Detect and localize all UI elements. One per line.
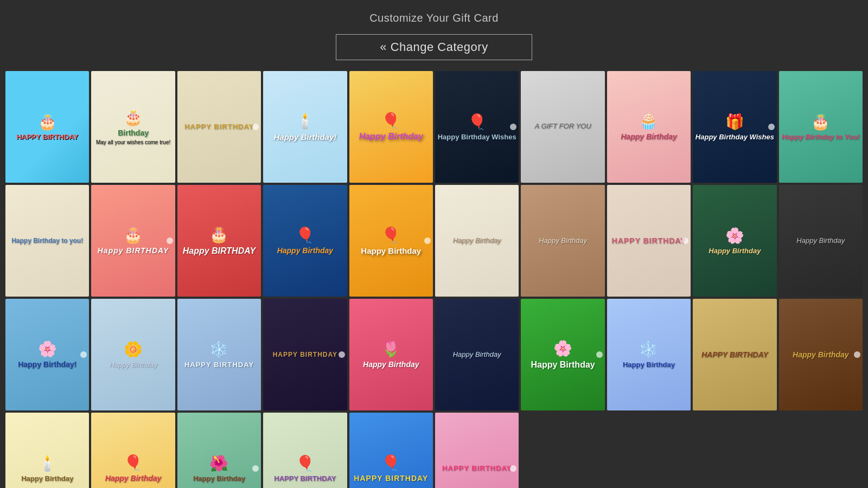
gift-card-12[interactable]: 🎂Happy BIRTHDAY [91,185,175,297]
card-emoji: 🌼 [124,341,143,358]
card-main-text: Happy Birthday [796,236,845,245]
card-main-text: HAPPY BIRTHDAY [612,236,686,245]
card-main-text: Happy Birthday! [18,360,76,369]
header: Customize Your Gift Card « Change Catego… [0,0,868,69]
change-category-button[interactable]: « Change Category [336,34,532,60]
gift-card-9[interactable]: 🎁Happy Birthday Wishes [693,71,776,183]
card-main-text: Happy Birthday [453,236,501,245]
gift-card-29[interactable]: HAPPY BIRTHDAY [693,299,776,410]
gift-card-27[interactable]: 🌸Happy Birthday [521,299,604,410]
card-emoji: 🎈 [296,454,315,472]
card-emoji: 🎈 [381,112,400,130]
card-emoji: 🌸 [553,339,572,357]
gift-card-32[interactable]: 🎈Happy Birthday [91,413,175,488]
card-main-text: HAPPY BIRTHDAY [16,133,78,141]
card-emoji: 🎂 [38,113,57,131]
card-emoji: 🎈 [124,454,143,472]
card-emoji: 🎂 [209,226,228,243]
gift-card-34[interactable]: 🎈HAPPY BIRTHDAY [263,413,347,488]
card-main-text: HAPPY BIRTHDAY [273,351,337,358]
gift-card-31[interactable]: 🕯️Happy Birthday [5,413,89,488]
card-main-text: Happy Birthday to you! [11,237,83,245]
card-main-text: Happy Birthday [21,474,73,483]
card-main-text: HAPPY BIRTHDAY [701,350,768,359]
card-main-text: Birthday [118,129,149,138]
gift-card-35[interactable]: 🎈HAPPY BIRTHDAY [349,413,433,488]
gift-card-15[interactable]: 🎈Happy Birthday [349,185,433,297]
gift-card-26[interactable]: Happy Birthday [435,299,519,410]
scroll-indicator [510,124,516,130]
card-emoji: 🎈 [296,226,315,244]
card-emoji: 🎂 [811,113,830,131]
card-emoji: 🌸 [725,227,744,245]
card-main-text: HAPPY BIRTHDAY [184,361,254,369]
gift-card-4[interactable]: 🕯️Happy Birthday! [263,71,347,183]
scroll-indicator [252,124,259,130]
gift-card-11[interactable]: Happy Birthday to you! [5,185,89,297]
gift-card-6[interactable]: 🎈Happy Birthday Wishes [435,71,519,183]
gift-card-22[interactable]: 🌼Happy Birthday [91,299,175,410]
cards-grid: 🎂HAPPY BIRTHDAY🎂BirthdayMay all your wis… [0,69,868,488]
card-main-text: Happy Birthday Wishes [695,133,774,142]
gift-card-21[interactable]: 🌸Happy Birthday! [5,299,89,410]
card-emoji: 🎈 [381,226,400,244]
gift-card-8[interactable]: 🧁Happy Birthday [607,71,691,183]
gift-card-16[interactable]: Happy Birthday [435,185,519,297]
card-emoji: 🎂 [124,108,143,126]
card-main-text: A GIFT FOR YOU [535,122,591,131]
scroll-indicator [510,465,516,472]
scroll-indicator [596,351,603,358]
card-main-text: Happy Birthday [109,361,157,369]
scroll-indicator [854,351,860,358]
card-emoji: 🕯️ [296,112,315,130]
gift-card-3[interactable]: HAPPY BIRTHDAY [177,71,261,183]
card-main-text: Happy Birthday! [273,132,336,142]
gift-card-14[interactable]: 🎈Happy Birthday [263,185,347,297]
gift-card-2[interactable]: 🎂BirthdayMay all your wishes come true! [91,71,175,183]
gift-card-1[interactable]: 🎂HAPPY BIRTHDAY [5,71,89,183]
scroll-indicator [252,465,259,472]
gift-card-13[interactable]: 🎂Happy BIRTHDAY [177,185,261,297]
scroll-indicator [768,124,775,130]
card-main-text: Happy Birthday [539,236,587,245]
card-emoji: 🎈 [381,454,400,472]
gift-card-28[interactable]: ❄️Happy Birthday [607,299,691,410]
card-main-text: Happy BIRTHDAY [98,246,169,255]
card-emoji: 🌷 [381,340,400,358]
card-emoji: 🌸 [38,340,57,358]
card-emoji: 🌺 [209,454,228,472]
gift-card-5[interactable]: 🎈Happy Birthday [349,71,433,183]
card-main-text: HAPPY BIRTHDAY [442,464,512,472]
scroll-indicator [339,351,345,358]
card-main-text: Happy Birthday [793,350,848,359]
card-main-text: Happy Birthday [709,247,761,255]
gift-card-23[interactable]: ❄️HAPPY BIRTHDAY [177,299,261,410]
gift-card-17[interactable]: Happy Birthday [521,185,604,297]
card-main-text: Happy Birthday [193,474,245,483]
gift-card-19[interactable]: 🌸Happy Birthday [693,185,776,297]
gift-card-24[interactable]: HAPPY BIRTHDAY [263,299,347,410]
card-emoji: 🧁 [639,112,658,130]
page-title: Customize Your Gift Card [0,12,868,24]
card-main-text: Happy BIRTHDAY [183,246,256,256]
card-main-text: HAPPY BIRTHDAY [274,474,336,483]
scroll-indicator [424,237,431,244]
gift-card-25[interactable]: 🌷Happy Birthday [349,299,433,410]
gift-card-36[interactable]: HAPPY BIRTHDAY [435,413,519,488]
gift-card-10[interactable]: 🎂Happy Birthday to You! [779,71,863,183]
gift-card-20[interactable]: Happy Birthday [779,185,863,297]
page-container: Customize Your Gift Card « Change Catego… [0,0,868,488]
scroll-indicator [167,237,173,244]
card-main-text: HAPPY BIRTHDAY [184,123,254,131]
card-main-text: HAPPY BIRTHDAY [354,474,428,483]
gift-card-18[interactable]: HAPPY BIRTHDAY [607,185,691,297]
gift-card-30[interactable]: Happy Birthday [779,299,863,410]
card-main-text: Happy Birthday [363,360,419,369]
gift-card-7[interactable]: A GIFT FOR YOU [521,71,604,183]
card-main-text: Happy Birthday [531,359,595,370]
card-main-text: Happy Birthday [359,132,423,142]
card-main-text: Happy Birthday Wishes [438,133,516,141]
card-main-text: Happy Birthday [453,350,501,358]
gift-card-33[interactable]: 🌺Happy Birthday [177,413,261,488]
card-emoji: 🎈 [468,113,487,131]
